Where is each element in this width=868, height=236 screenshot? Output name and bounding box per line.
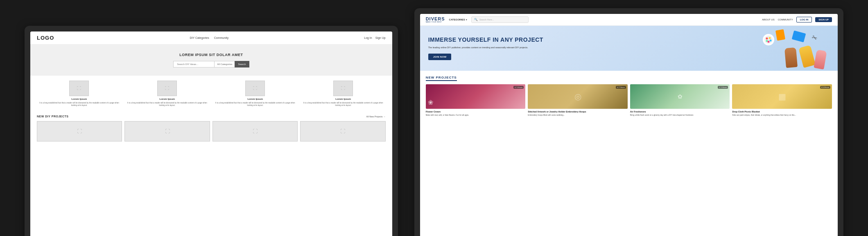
craft-blue-item bbox=[792, 30, 806, 42]
right-laptop-body: DIVERS MAKE YOUR BEST CATEGORIES ▾ 🔍 Sea… bbox=[414, 8, 843, 236]
left-card-title-4: Lorem Ipsum bbox=[335, 98, 351, 100]
left-card-desc-1: It is a long established fact that a rea… bbox=[37, 102, 122, 107]
air-deco bbox=[630, 84, 730, 109]
nav-login[interactable]: Log In bbox=[364, 36, 372, 39]
right-project-img-3: ⏱ 4 Hours bbox=[732, 84, 832, 109]
left-nav-auth: Log In Sign Up bbox=[364, 36, 385, 39]
craft-orange-item bbox=[775, 29, 785, 40]
right-project-desc-0: Make with real, wild, or fake flowers. F… bbox=[426, 114, 526, 117]
hand-yellow-deco bbox=[798, 45, 816, 68]
right-hero-title: IMMERSE YOURSELF IN ANY PROJECT bbox=[428, 36, 649, 43]
blanket-deco bbox=[732, 84, 832, 109]
left-project-card-2: ⛶ bbox=[124, 121, 210, 142]
left-laptop: LOGO DIY Categories Community Log In Sig… bbox=[25, 26, 398, 236]
right-project-item-1: ⏱ 7 Hours Stitched Artwork or Jewelry Ho… bbox=[528, 84, 628, 118]
left-all-link[interactable]: All New Projects → bbox=[366, 115, 386, 118]
left-laptop-body: LOGO DIY Categories Community Log In Sig… bbox=[25, 26, 398, 236]
right-section-title: NEW PROJECTS bbox=[426, 76, 457, 81]
left-card-title-2: Lorem Ipsum bbox=[160, 98, 175, 100]
join-button[interactable]: JOIN NOW bbox=[428, 54, 452, 60]
right-project-item-2: ⏱ 3 Hours Air Fresheners Bring a little … bbox=[630, 84, 730, 118]
right-project-title-2: Air Fresheners bbox=[630, 110, 730, 113]
right-nav: DIVERS MAKE YOUR BEST CATEGORIES ▾ 🔍 Sea… bbox=[420, 14, 838, 26]
chevron-down-icon: ▾ bbox=[466, 18, 467, 21]
nav-link-community[interactable]: Community bbox=[214, 36, 228, 39]
right-hero-desc: The leading online DIY publisher; provid… bbox=[428, 46, 649, 49]
left-card-3: ⛶ Lorem Ipsum It is a long established f… bbox=[213, 81, 298, 107]
right-project-item-0: ⏱ 5 Hours Flower Crown Make with real, w… bbox=[426, 84, 526, 118]
left-section-header: NEW DIY PROJECTS All New Projects → bbox=[37, 115, 386, 118]
left-search-category[interactable]: All Categories bbox=[214, 61, 235, 67]
right-project-info-2: Air Fresheners Bring a little fresh scen… bbox=[630, 109, 730, 118]
left-card-title-3: Lorem Ipsum bbox=[247, 98, 263, 100]
hand-brown-deco bbox=[784, 47, 798, 68]
palette-circle-deco bbox=[763, 34, 774, 45]
right-project-title-0: Flower Crown bbox=[426, 110, 526, 113]
nav-link-diy[interactable]: DIY Categories bbox=[190, 36, 209, 39]
left-nav: LOGO DIY Categories Community Log In Sig… bbox=[30, 31, 392, 45]
left-section-title: NEW DIY PROJECTS bbox=[37, 115, 69, 118]
right-project-info-0: Flower Crown Make with real, wild, or fa… bbox=[426, 109, 526, 118]
left-card-img-4: ⛶ bbox=[333, 81, 353, 96]
right-project-img-1: ⏱ 7 Hours bbox=[528, 84, 628, 109]
right-project-badge-0: ⏱ 5 Hours bbox=[513, 86, 524, 89]
right-hero: IMMERSE YOURSELF IN ANY PROJECT The lead… bbox=[420, 26, 838, 71]
login-button[interactable]: LOG IN bbox=[796, 17, 812, 22]
left-search-input[interactable] bbox=[173, 61, 214, 67]
left-hero: LOREM IPSUM SIT DOLAR AMET All Categorie… bbox=[30, 45, 392, 76]
brand-tagline: MAKE YOUR BEST bbox=[426, 21, 445, 23]
right-project-grid: ⏱ 5 Hours Flower Crown Make with real, w… bbox=[426, 84, 832, 118]
right-search-bar[interactable]: 🔍 Search Here... bbox=[471, 16, 529, 23]
divers-logo: DIVERS MAKE YOUR BEST bbox=[426, 17, 445, 23]
categories-button[interactable]: CATEGORIES ▾ bbox=[449, 18, 467, 21]
left-card-img-1: ⛶ bbox=[69, 81, 89, 96]
right-project-img-2: ⏱ 3 Hours bbox=[630, 84, 730, 109]
right-project-item-3: ⏱ 4 Hours Drop Cloth Picnic Blanket Kids… bbox=[732, 84, 832, 118]
signup-button[interactable]: SIGN UP bbox=[815, 17, 832, 22]
left-search-button[interactable]: Search bbox=[235, 61, 249, 67]
search-placeholder: Search Here... bbox=[479, 18, 494, 21]
right-project-desc-1: Embroidery hoops filled with came webbin… bbox=[528, 114, 628, 117]
right-project-title-1: Stitched Artwork or Jewelry Holder Embro… bbox=[528, 110, 628, 113]
right-hero-content: IMMERSE YOURSELF IN ANY PROJECT The lead… bbox=[428, 36, 649, 60]
svg-point-1 bbox=[766, 38, 768, 40]
embroidery-deco bbox=[528, 84, 628, 109]
hand-pink-deco bbox=[814, 49, 827, 70]
svg-point-5 bbox=[768, 41, 770, 43]
right-project-title-3: Drop Cloth Picnic Blanket bbox=[732, 110, 832, 113]
left-card-title-1: Lorem Ipsum bbox=[72, 98, 87, 100]
flower-deco-0 bbox=[428, 99, 436, 107]
right-project-desc-2: Bring a little fresh scent on a gloomy d… bbox=[630, 114, 730, 117]
left-card-2: ⛶ Lorem Ipsum It is a long established f… bbox=[125, 81, 210, 107]
left-new-projects: NEW DIY PROJECTS All New Projects → ⛶ ⛶ … bbox=[30, 112, 392, 145]
left-card-img-3: ⛶ bbox=[245, 81, 265, 96]
right-project-badge-1: ⏱ 7 Hours bbox=[616, 86, 626, 89]
right-project-desc-3: Kids can paint stripes, their initials, … bbox=[732, 114, 832, 117]
left-project-cards: ⛶ ⛶ ⛶ ⛶ bbox=[37, 121, 386, 142]
search-icon: 🔍 bbox=[474, 18, 478, 21]
brand-name: DIVERS bbox=[426, 17, 445, 21]
left-project-card-1: ⛶ bbox=[37, 121, 122, 142]
left-card-img-2: ⛶ bbox=[157, 81, 177, 96]
categories-label: CATEGORIES bbox=[449, 18, 465, 21]
scissors-icon: ✂ bbox=[810, 33, 819, 43]
palette-svg bbox=[764, 35, 773, 44]
nav-community[interactable]: COMMUNITY bbox=[778, 18, 793, 21]
left-laptop-screen: LOGO DIY Categories Community Log In Sig… bbox=[30, 31, 392, 236]
left-card-4: ⛶ Lorem Ipsum It is a long established f… bbox=[301, 81, 386, 107]
left-card-desc-2: It is a long established fact that a rea… bbox=[125, 102, 210, 107]
nav-signup[interactable]: Sign Up bbox=[375, 36, 386, 39]
hero-decorations: ✂ bbox=[650, 26, 838, 71]
left-nav-links: DIY Categories Community bbox=[190, 36, 228, 39]
right-laptop: DIVERS MAKE YOUR BEST CATEGORIES ▾ 🔍 Sea… bbox=[414, 8, 843, 236]
left-card-1: ⛶ Lorem Ipsum It is a long established f… bbox=[37, 81, 122, 107]
scene: LOGO DIY Categories Community Log In Sig… bbox=[25, 8, 843, 236]
right-project-info-3: Drop Cloth Picnic Blanket Kids can paint… bbox=[732, 109, 832, 118]
left-project-card-3: ⛶ bbox=[212, 121, 298, 142]
nav-about[interactable]: ABOUT US bbox=[762, 18, 775, 21]
right-project-badge-3: ⏱ 4 Hours bbox=[820, 86, 830, 89]
left-search-bar: All Categories Search bbox=[166, 61, 256, 67]
left-card-desc-3: It is a long established fact that a rea… bbox=[213, 102, 298, 107]
svg-point-3 bbox=[770, 40, 772, 42]
left-site: LOGO DIY Categories Community Log In Sig… bbox=[30, 31, 392, 236]
